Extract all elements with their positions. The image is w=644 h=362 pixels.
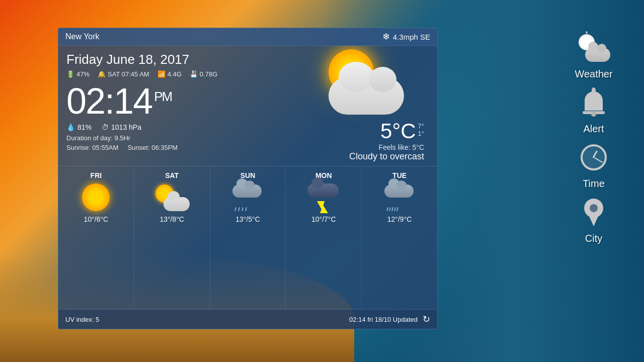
sun-icon [82, 184, 110, 211]
heavy-rain-icon [382, 184, 417, 211]
feels-like: Feels like: 5°C [288, 143, 424, 151]
widget-header: New York ❄ 4.3mph SE [58, 28, 437, 46]
forecast-mon: MON 10°/7°C [286, 166, 362, 309]
sidebar-item-time[interactable]: Time [569, 140, 619, 190]
sunrise-value: 05:55AM [92, 144, 118, 151]
status-bar: 🔋 47% 🔔 SAT 07:45 AM 📶 4.4G 💾 0.78G [66, 70, 283, 78]
sidebar-alert-label: Alert [583, 123, 604, 135]
forecast-fri: FRI 10°/6°C [58, 166, 134, 309]
temp-low: 1° [418, 130, 424, 137]
clock-icon [581, 144, 607, 170]
sidebar-weather-label: Weather [575, 68, 612, 80]
sidebar-item-weather[interactable]: Weather [569, 30, 619, 80]
sunset-value: 06:35PM [151, 144, 178, 151]
forecast-sat-icon [154, 184, 190, 211]
heavy-drop-5 [396, 207, 398, 211]
updated-time: 02:14 fri 18/10 Updated [349, 316, 418, 323]
storage-icon: 💾 [190, 70, 198, 78]
sidebar-time-label: Time [583, 178, 605, 190]
rain-drop-1 [234, 207, 236, 211]
weather-details: 💧 81% ⏱ 1013 hPa [66, 123, 283, 131]
rain-drop-2 [238, 207, 240, 211]
humidity-icon: 💧 [66, 123, 75, 131]
forecast-mon-temp: 10°/7°C [311, 215, 336, 223]
network-status: 📶 4.4G [157, 70, 182, 78]
heavy-drop-2 [389, 207, 391, 211]
rain-drop-4 [245, 207, 247, 211]
wind-icon: ❄ [382, 31, 390, 42]
current-weather-display: 5°C 7° 1° Feels like: 5°C Cloudy to over… [288, 52, 429, 162]
time-icon-container [576, 140, 611, 175]
heavy-rain-cloud-body [384, 185, 414, 198]
time-colon: : [105, 81, 114, 121]
alarm-icon: 🔔 [98, 70, 106, 78]
refresh-button[interactable]: ↻ [423, 314, 430, 325]
sidebar-city-label: City [585, 233, 602, 244]
forecast-tue-icon [382, 184, 417, 211]
wind-info: ❄ 4.3mph SE [382, 31, 430, 42]
temp-current: 5°C [380, 119, 416, 143]
forecast-section: FRI 10°/6°C SAT 13°/8°C SUN [58, 166, 437, 309]
forecast-tue: TUE 12°/9°C [362, 166, 437, 309]
weather-widget: New York ❄ 4.3mph SE Friday June 18, 201… [58, 28, 438, 329]
forecast-sat: SAT 13°/8°C [134, 166, 210, 309]
sidebar-icons: Weather Alert Time City [569, 30, 619, 244]
forecast-mon-icon [306, 184, 341, 211]
pressure-detail: ⏱ 1013 hPa [102, 123, 141, 131]
battery-value: 47% [76, 70, 90, 78]
uv-index: UV index: 5 [65, 316, 99, 323]
humidity-detail: 💧 81% [66, 123, 92, 131]
bell-clapper [591, 112, 596, 117]
duration-value: 9.5Hr [114, 134, 130, 142]
top-left: Friday June 18, 2017 🔋 47% 🔔 SAT 07:45 A… [66, 52, 283, 162]
clock-hour-hand [592, 150, 598, 158]
weather-sidebar-icon [578, 34, 610, 62]
forecast-fri-label: FRI [91, 171, 102, 179]
pin-tail [589, 215, 599, 226]
sunrise-label: Sunrise: [66, 144, 91, 151]
humidity-value: 81% [77, 123, 92, 131]
city-name: New York [65, 32, 100, 41]
heavy-rain-drops [387, 207, 398, 211]
battery-status: 🔋 47% [66, 70, 90, 78]
time-display: 02:14PM [66, 83, 283, 119]
sun-info: Duration of day: 9.5Hr [66, 134, 283, 142]
weather-condition: Cloudy to overcast [288, 151, 424, 162]
mini-cloud [164, 197, 190, 211]
clock-minute-hand [594, 157, 603, 163]
forecast-fri-temp: 10°/6°C [84, 215, 109, 223]
bell-icon [581, 89, 606, 117]
forecast-sun-icon [230, 184, 265, 211]
heavy-drop-3 [391, 207, 393, 211]
time-hours: 02 [66, 81, 105, 121]
city-icon-container [576, 195, 611, 230]
sidebar-item-city[interactable]: City [569, 195, 619, 244]
network-value: 4.4G [168, 70, 182, 78]
alarm-status: 🔔 SAT 07:45 AM [98, 70, 149, 78]
sidebar-item-alert[interactable]: Alert [569, 85, 619, 135]
sun-cloud-icon [154, 184, 190, 211]
forecast-sun-temp: 13°/5°C [235, 215, 260, 223]
pressure-icon: ⏱ [102, 123, 109, 131]
alert-icon-container [576, 85, 611, 120]
widget-top: Friday June 18, 2017 🔋 47% 🔔 SAT 07:45 A… [58, 46, 437, 166]
heavy-drop-4 [394, 207, 396, 211]
storm-icon [306, 184, 341, 211]
footer-right: 02:14 fri 18/10 Updated ↻ [349, 314, 430, 325]
alarm-value: SAT 07:45 AM [108, 70, 149, 78]
weather-icon-container [576, 30, 611, 65]
temperature-section: 5°C 7° 1° Feels like: 5°C Cloudy to over… [288, 119, 429, 162]
time-ampm: PM [154, 89, 172, 104]
rain-drops [235, 207, 247, 211]
date-display: Friday June 18, 2017 [66, 52, 283, 67]
main-weather-icon [313, 47, 404, 117]
storage-value: 0.78G [200, 70, 217, 78]
battery-icon: 🔋 [66, 70, 74, 78]
pressure-value: 1013 hPa [111, 123, 141, 131]
uv-label: UV index: [65, 316, 94, 323]
rain-drop-3 [242, 207, 244, 211]
widget-footer: UV index: 5 02:14 fri 18/10 Updated ↻ [58, 309, 437, 329]
time-minutes: 14 [114, 81, 152, 121]
location-pin-icon [583, 199, 605, 226]
sunrise-sunset: Sunrise: 05:55AM Sunset: 06:35PM [66, 144, 283, 151]
